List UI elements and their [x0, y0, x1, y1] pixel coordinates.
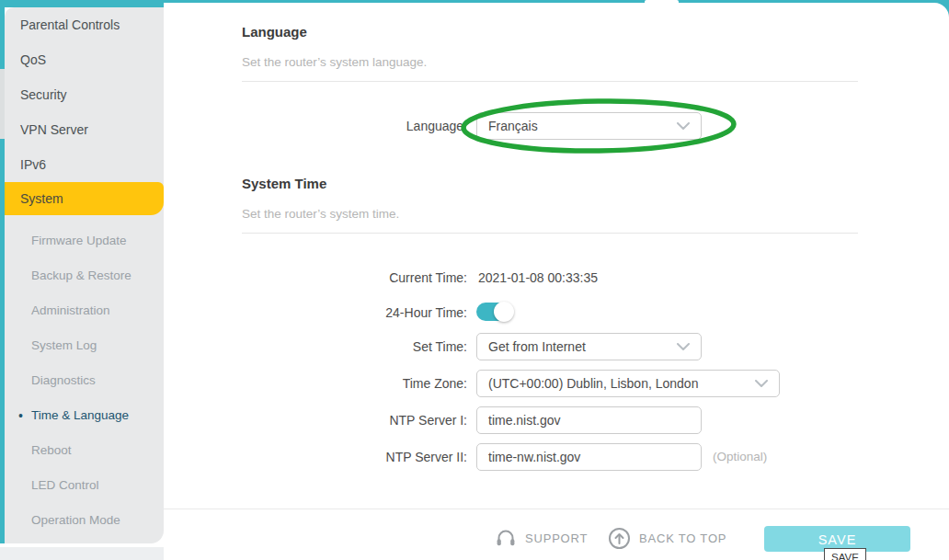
- sidebar-item-firmware-update[interactable]: Firmware Update: [5, 223, 164, 258]
- language-section-divider: [242, 81, 858, 82]
- time-zone-select-value: (UTC+00:00) Dublin, Lisbon, London: [488, 376, 698, 391]
- sidebar-item-backup-restore[interactable]: Backup & Restore: [5, 258, 164, 293]
- chevron-down-icon: [677, 122, 690, 130]
- language-section-subtitle: Set the router’s system language.: [242, 55, 427, 69]
- sidebar-item-time-language-label: Time & Language: [31, 408, 129, 422]
- system-submenu: Firmware Update Backup & Restore Adminis…: [5, 223, 164, 538]
- time-zone-select[interactable]: (UTC+00:00) Dublin, Lisbon, London: [476, 370, 780, 397]
- ntp-server-2-input[interactable]: [476, 443, 702, 471]
- language-select[interactable]: Français: [476, 112, 702, 140]
- system-time-section-title: System Time: [242, 176, 326, 191]
- chevron-down-icon: [755, 380, 768, 387]
- support-button[interactable]: SUPPORT: [495, 527, 588, 549]
- sidebar-item-security[interactable]: Security: [5, 77, 164, 112]
- sidebar-bottom-band: [0, 547, 164, 560]
- support-label: SUPPORT: [525, 531, 588, 545]
- back-to-top-label: BACK TO TOP: [639, 531, 726, 545]
- sidebar-item-qos[interactable]: QoS: [5, 42, 164, 77]
- save-button-tooltip: SAVE: [824, 548, 866, 560]
- sidebar-item-ipv6[interactable]: IPv6: [5, 147, 164, 182]
- ntp-server-2-label: NTP Server II:: [242, 450, 467, 464]
- ntp-server-1-input[interactable]: [476, 406, 702, 434]
- language-field-label: Language:: [242, 119, 467, 133]
- headset-icon: [495, 527, 517, 549]
- language-section-title: Language: [242, 24, 307, 40]
- sidebar-item-parental-controls[interactable]: Parental Controls: [5, 7, 164, 42]
- sidebar-item-time-language[interactable]: • Time & Language: [5, 398, 164, 433]
- system-time-section-subtitle: Set the router’s system time.: [242, 207, 399, 221]
- top-tab-notch: [645, 0, 679, 9]
- sidebar-item-administration[interactable]: Administration: [5, 293, 164, 328]
- toggle-knob: [494, 302, 514, 322]
- active-item-bullet: •: [18, 398, 23, 433]
- arrow-up-circle-icon: [608, 527, 631, 550]
- current-time-value: 2021-01-08 00:33:35: [478, 270, 598, 285]
- sidebar-item-operation-mode[interactable]: Operation Mode: [5, 503, 164, 538]
- back-to-top-button[interactable]: BACK TO TOP: [608, 527, 726, 550]
- set-time-select-value: Get from Internet: [488, 339, 586, 354]
- 24-hour-time-toggle[interactable]: [476, 303, 513, 321]
- language-select-value: Français: [488, 119, 538, 133]
- sidebar-item-led-control[interactable]: LED Control: [5, 468, 164, 503]
- chevron-down-icon: [677, 343, 690, 350]
- sidebar-item-vpn-server[interactable]: VPN Server: [5, 112, 164, 147]
- sidebar-nav: Parental Controls QoS Security VPN Serve…: [5, 7, 164, 543]
- sidebar-item-system-log[interactable]: System Log: [5, 328, 164, 363]
- set-time-label: Set Time:: [242, 339, 467, 354]
- ntp-server-2-optional-hint: (Optional): [713, 450, 767, 463]
- sidebar-item-system[interactable]: System: [5, 182, 164, 215]
- set-time-select[interactable]: Get from Internet: [476, 333, 702, 360]
- router-admin-page: Parental Controls QoS Security VPN Serve…: [0, 0, 949, 560]
- current-time-label: Current Time:: [242, 270, 467, 285]
- 24-hour-time-label: 24-Hour Time:: [242, 305, 467, 320]
- footer-divider: [164, 509, 949, 509]
- time-zone-label: Time Zone:: [242, 376, 467, 391]
- ntp-server-1-label: NTP Server I:: [242, 413, 467, 428]
- sidebar-item-reboot[interactable]: Reboot: [5, 433, 164, 468]
- sidebar-item-diagnostics[interactable]: Diagnostics: [5, 363, 164, 398]
- system-time-section-divider: [242, 233, 858, 234]
